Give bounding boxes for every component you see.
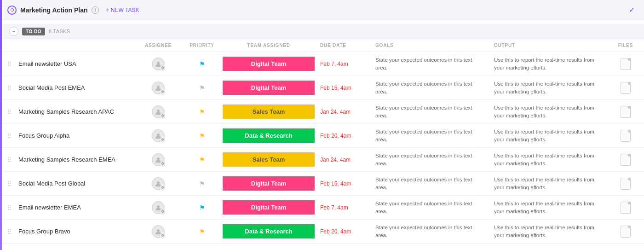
drag-handle[interactable] <box>2 203 17 213</box>
avatar: ⚙ <box>152 81 165 94</box>
team-cell[interactable]: Sales Team <box>223 104 315 120</box>
file-icon <box>621 58 631 70</box>
files-cell[interactable] <box>607 152 644 168</box>
assignee-cell[interactable]: ⚙ <box>135 80 181 96</box>
task-name: Social Media Post Global <box>17 176 135 191</box>
svg-point-7 <box>8 85 9 86</box>
team-cell[interactable]: Data & Research <box>223 223 315 239</box>
avatar-gear-icon: ⚙ <box>160 137 165 143</box>
drag-handle[interactable] <box>2 155 17 165</box>
team-cell[interactable]: Sales Team <box>223 151 315 168</box>
svg-point-11 <box>8 89 9 90</box>
svg-point-23 <box>8 135 9 136</box>
new-task-button[interactable]: + NEW TASK <box>103 5 143 15</box>
files-cell[interactable] <box>607 224 644 239</box>
drag-handle[interactable] <box>2 83 17 93</box>
check-icon: ✓ <box>629 6 635 14</box>
svg-point-0 <box>8 61 9 62</box>
drag-handle[interactable] <box>2 59 17 69</box>
due-date: Feb 20, 4am <box>315 131 370 141</box>
files-cell[interactable] <box>607 200 644 215</box>
file-icon <box>621 202 631 214</box>
svg-point-54 <box>10 233 11 233</box>
drag-handle[interactable] <box>2 227 17 237</box>
svg-point-33 <box>10 161 11 162</box>
priority-cell[interactable]: ⚑ <box>181 60 223 68</box>
col-team: TEAM ASSIGNED <box>223 39 315 52</box>
svg-point-4 <box>8 65 9 66</box>
priority-cell[interactable]: ⚑ <box>181 180 223 187</box>
team-badge: Digital Team <box>223 57 315 71</box>
file-icon <box>621 226 631 238</box>
drag-handle[interactable] <box>2 107 17 117</box>
team-badge: Sales Team <box>223 105 315 119</box>
priority-cell[interactable]: ⚑ <box>181 84 223 92</box>
goals: State your expected outcomes in this tex… <box>370 53 489 74</box>
priority-cell[interactable]: ⚑ <box>181 204 223 211</box>
col-priority: PRIORITY <box>181 39 223 52</box>
assignee-cell[interactable]: ⚙ <box>135 175 181 192</box>
output: Use this to report the real-time results… <box>489 149 607 169</box>
table-row: Marketing Samples Research APAC ⚙ ⚑ Sale… <box>2 100 644 124</box>
assignee-cell[interactable]: ⚙ <box>135 104 181 120</box>
task-name: Marketing Samples Research APAC <box>17 105 135 119</box>
files-cell[interactable] <box>607 104 644 120</box>
assignee-cell[interactable]: ⚙ <box>135 128 181 144</box>
collapse-icon[interactable]: ⊙ <box>7 6 17 15</box>
svg-point-53 <box>8 233 9 233</box>
assignee-cell[interactable]: ⚙ <box>135 223 181 240</box>
section-count: 8 TASKS <box>49 29 70 34</box>
svg-point-14 <box>8 109 9 110</box>
task-name: Focus Group Alpha <box>17 128 135 143</box>
svg-point-22 <box>10 133 11 134</box>
team-cell[interactable]: Digital Team <box>223 199 315 215</box>
section-collapse-button[interactable]: − <box>9 27 18 36</box>
goals: State your expected outcomes in this tex… <box>370 77 489 98</box>
due-date: Jan 24, 4am <box>315 155 370 165</box>
svg-point-36 <box>10 181 11 182</box>
files-cell[interactable] <box>607 128 644 144</box>
assignee-cell[interactable]: ⚙ <box>135 151 181 168</box>
files-cell[interactable] <box>607 80 644 96</box>
team-cell[interactable]: Digital Team <box>223 80 315 96</box>
team-cell[interactable]: Digital Team <box>223 56 315 72</box>
output: Use this to report the real-time results… <box>489 53 607 74</box>
priority-cell[interactable]: ⚑ <box>181 228 223 235</box>
team-badge: Sales Team <box>223 152 315 167</box>
priority-cell[interactable]: ⚑ <box>181 156 223 163</box>
column-headers: ASSIGNEE PRIORITY TEAM ASSIGNED DUE DATE… <box>2 39 644 52</box>
team-cell[interactable]: Data & Research <box>223 128 315 144</box>
svg-point-37 <box>8 183 9 184</box>
drag-handle[interactable] <box>2 131 17 141</box>
svg-point-21 <box>8 133 9 134</box>
info-icon[interactable]: ℹ <box>92 6 99 14</box>
file-icon <box>621 130 631 142</box>
task-name: Marketing Samples Research EMEA <box>17 152 135 167</box>
avatar-gear-icon: ⚙ <box>160 89 165 95</box>
team-badge: Data & Research <box>223 128 315 143</box>
due-date: Feb 7, 4am <box>315 59 370 69</box>
avatar: ⚙ <box>152 201 165 214</box>
team-cell[interactable]: Digital Team <box>223 175 315 192</box>
priority-flag-icon: ⚑ <box>199 84 205 92</box>
svg-point-24 <box>10 135 11 136</box>
output: Use this to report the real-time results… <box>489 101 607 122</box>
priority-flag-icon: ⚑ <box>199 156 205 163</box>
due-date: Feb 7, 4am <box>315 203 370 213</box>
output: Use this to report the real-time results… <box>489 221 607 241</box>
table-row: Marketing Samples Research EMEA ⚙ ⚑ Sale… <box>2 148 644 172</box>
files-cell[interactable] <box>607 176 644 192</box>
file-icon <box>621 178 631 190</box>
priority-cell[interactable]: ⚑ <box>181 132 223 140</box>
files-cell[interactable] <box>607 56 644 72</box>
svg-point-1 <box>10 61 11 62</box>
assignee-cell[interactable]: ⚙ <box>135 56 181 72</box>
top-bar-left: ⊙ Marketing Action Plan ℹ + NEW TASK <box>7 5 629 15</box>
drag-handle[interactable] <box>2 179 17 189</box>
table-row: Focus Group Alpha ⚙ ⚑ Data & Research Fe… <box>2 124 644 148</box>
svg-point-32 <box>8 161 9 162</box>
assignee-cell[interactable]: ⚙ <box>135 199 181 216</box>
app-container: ⊙ Marketing Action Plan ℹ + NEW TASK ✓ −… <box>0 0 644 250</box>
svg-point-2 <box>8 63 9 64</box>
priority-cell[interactable]: ⚑ <box>181 108 223 116</box>
